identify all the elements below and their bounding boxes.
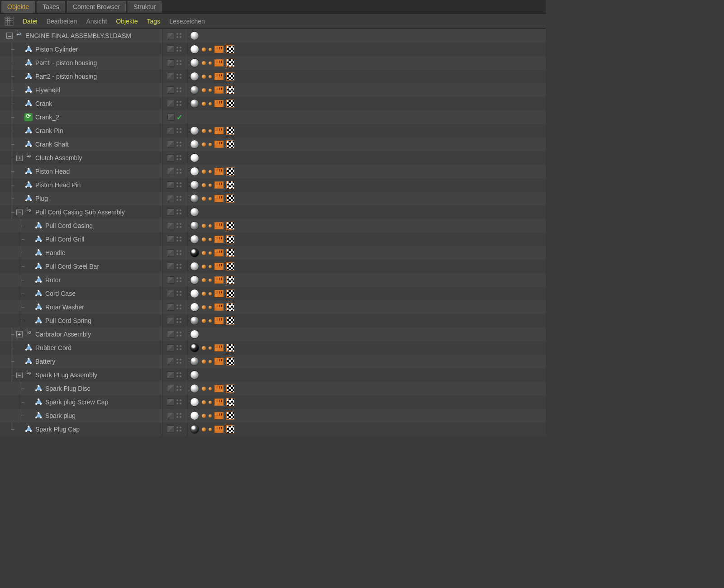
object-name-label[interactable]: Carbrator Assembly	[35, 331, 91, 338]
visibility-toggle-icon[interactable]	[167, 344, 174, 351]
tree-row[interactable]: Flywheel	[0, 83, 546, 97]
render-dots-icon[interactable]	[176, 60, 182, 66]
object-name-label[interactable]: Pull Cord Steel Bar	[45, 263, 99, 270]
object-name-label[interactable]: Spark plug Screw Cap	[45, 398, 108, 406]
object-name-label[interactable]: Battery	[35, 358, 55, 365]
texture-tag-icon[interactable]	[214, 317, 224, 324]
material-tag-icon[interactable]	[190, 167, 199, 176]
object-name-label[interactable]: Rubber Cord	[35, 344, 71, 351]
texture-tag-icon[interactable]	[214, 141, 224, 148]
menu-ansicht[interactable]: Ansicht	[86, 18, 107, 25]
menu-tags[interactable]: Tags	[147, 18, 161, 25]
render-dots-icon[interactable]	[176, 168, 182, 175]
render-dots-icon[interactable]	[176, 33, 182, 39]
object-name-label[interactable]: Spark plug	[45, 412, 76, 419]
uvw-tag-icon[interactable]	[226, 127, 234, 135]
visibility-toggle-icon[interactable]	[167, 154, 174, 161]
tree-row[interactable]: –0Spark PLug Assembly	[0, 368, 546, 382]
visibility-toggle-icon[interactable]	[167, 59, 174, 66]
render-dots-icon[interactable]	[176, 290, 182, 297]
material-tag-icon[interactable]	[190, 370, 199, 379]
object-name-label[interactable]: Piston Cylinder	[35, 46, 78, 53]
phong-tag-icon[interactable]	[202, 343, 212, 352]
phong-tag-icon[interactable]	[202, 85, 212, 95]
uvw-tag-icon[interactable]	[226, 303, 234, 311]
visibility-toggle-icon[interactable]	[167, 114, 175, 121]
texture-tag-icon[interactable]	[214, 86, 224, 94]
visibility-toggle-icon[interactable]	[167, 358, 174, 365]
material-tag-icon[interactable]	[190, 384, 199, 393]
tree-row[interactable]: Spark plug	[0, 409, 546, 422]
tree-row[interactable]: Part2 - piston housing	[0, 70, 546, 83]
texture-tag-icon[interactable]	[214, 385, 224, 392]
render-dots-icon[interactable]	[176, 73, 182, 80]
material-tag-icon[interactable]	[190, 140, 199, 149]
object-name-label[interactable]: Pull Cord Casing	[45, 222, 93, 229]
material-tag-icon[interactable]	[190, 153, 199, 162]
render-dots-icon[interactable]	[176, 345, 182, 351]
texture-tag-icon[interactable]	[214, 222, 224, 229]
object-name-label[interactable]: Pull Cord Casing Sub Assembly	[35, 209, 125, 216]
texture-tag-icon[interactable]	[214, 303, 224, 311]
render-dots-icon[interactable]	[176, 100, 182, 107]
phong-tag-icon[interactable]	[202, 235, 212, 244]
uvw-tag-icon[interactable]	[226, 357, 234, 365]
material-tag-icon[interactable]	[190, 248, 199, 257]
tree-row[interactable]: +0Clutch Assembly	[0, 151, 546, 165]
object-name-label[interactable]: Piston Head Pin	[35, 181, 81, 189]
render-dots-icon[interactable]	[176, 209, 182, 215]
phong-tag-icon[interactable]	[202, 221, 212, 230]
uvw-tag-icon[interactable]	[226, 167, 234, 175]
render-dots-icon[interactable]	[176, 331, 182, 337]
tree-row[interactable]: Pull Cord Spring	[0, 314, 546, 327]
material-tag-icon[interactable]	[190, 303, 199, 312]
material-tag-icon[interactable]	[190, 289, 199, 298]
material-tag-icon[interactable]	[190, 262, 199, 271]
render-dots-icon[interactable]	[176, 250, 182, 256]
uvw-tag-icon[interactable]	[226, 45, 234, 53]
render-dots-icon[interactable]	[176, 182, 182, 188]
uvw-tag-icon[interactable]	[226, 317, 234, 325]
tree-row[interactable]: Pull Cord Grill	[0, 232, 546, 246]
tree-row[interactable]: Rotar Washer	[0, 300, 546, 314]
uvw-tag-icon[interactable]	[226, 249, 234, 257]
uvw-tag-icon[interactable]	[226, 59, 234, 67]
visibility-toggle-icon[interactable]	[167, 276, 174, 284]
menu-datei[interactable]: Datei	[23, 18, 38, 25]
uvw-tag-icon[interactable]	[226, 235, 234, 243]
phong-tag-icon[interactable]	[202, 167, 212, 176]
uvw-tag-icon[interactable]	[226, 384, 234, 393]
visibility-toggle-icon[interactable]	[167, 290, 174, 297]
texture-tag-icon[interactable]	[214, 236, 224, 243]
render-dots-icon[interactable]	[176, 358, 182, 365]
tree-row[interactable]: Spark Plug Disc	[0, 382, 546, 395]
tree-row[interactable]: Plug	[0, 192, 546, 205]
render-dots-icon[interactable]	[176, 141, 182, 147]
object-name-label[interactable]: Pull Cord Spring	[45, 317, 91, 324]
visibility-toggle-icon[interactable]	[167, 32, 174, 39]
collapse-icon[interactable]: –	[16, 209, 23, 215]
object-name-label[interactable]: Cord Case	[45, 290, 76, 297]
visibility-toggle-icon[interactable]	[167, 209, 174, 216]
object-name-label[interactable]: Crank_2	[35, 114, 59, 121]
render-dots-icon[interactable]	[176, 195, 182, 202]
tree-row[interactable]: Crank	[0, 97, 546, 110]
uvw-tag-icon[interactable]	[226, 181, 234, 189]
material-tag-icon[interactable]	[190, 58, 199, 67]
render-dots-icon[interactable]	[176, 385, 182, 392]
tree-row[interactable]: Spark plug Screw Cap	[0, 395, 546, 409]
visibility-toggle-icon[interactable]	[167, 222, 174, 229]
visibility-toggle-icon[interactable]	[167, 236, 174, 243]
object-name-label[interactable]: Rotar Washer	[45, 303, 84, 311]
tree-row[interactable]: Part1 - piston housing	[0, 56, 546, 70]
texture-tag-icon[interactable]	[214, 100, 224, 107]
material-tag-icon[interactable]	[190, 85, 199, 95]
tree-row[interactable]: Handle	[0, 246, 546, 260]
uvw-tag-icon[interactable]	[226, 289, 234, 298]
collapse-icon[interactable]: –	[6, 33, 13, 39]
object-name-label[interactable]: Handle	[45, 249, 65, 256]
tree-row[interactable]: +0Carbrator Assembly	[0, 327, 546, 341]
phong-tag-icon[interactable]	[202, 425, 212, 434]
menu-lesezeichen[interactable]: Lesezeichen	[169, 18, 205, 25]
tree-row[interactable]: –0Pull Cord Casing Sub Assembly	[0, 205, 546, 219]
